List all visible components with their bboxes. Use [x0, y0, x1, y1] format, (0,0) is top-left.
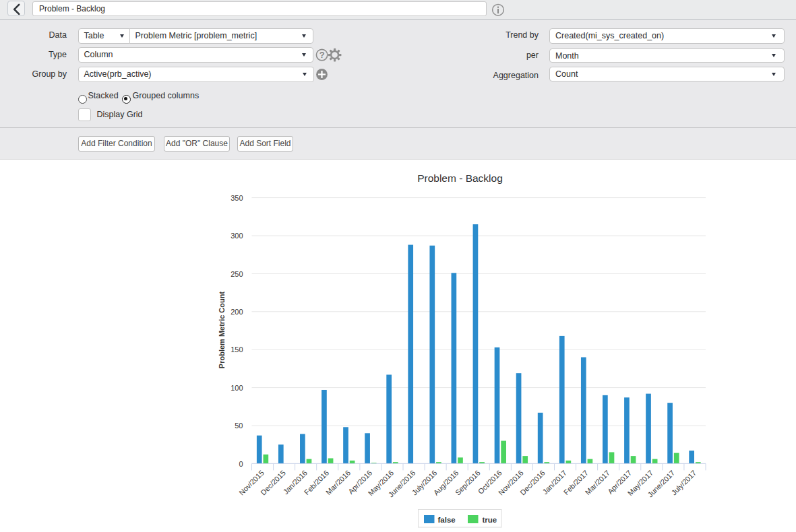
svg-text:250: 250 [231, 270, 243, 278]
svg-text:100: 100 [231, 384, 243, 392]
svg-text:0: 0 [239, 460, 243, 468]
svg-text:300: 300 [231, 232, 243, 240]
svg-text:?: ? [319, 50, 325, 60]
svg-text:false: false [438, 516, 456, 524]
svg-text:true: true [483, 516, 497, 524]
svg-text:200: 200 [231, 308, 243, 316]
svg-text:Problem Metric Count: Problem Metric Count [218, 292, 226, 369]
svg-text:Problem - Backlog: Problem - Backlog [417, 172, 503, 184]
svg-text:150: 150 [231, 345, 243, 354]
svg-text:350: 350 [231, 194, 243, 202]
svg-text:50: 50 [235, 422, 243, 430]
